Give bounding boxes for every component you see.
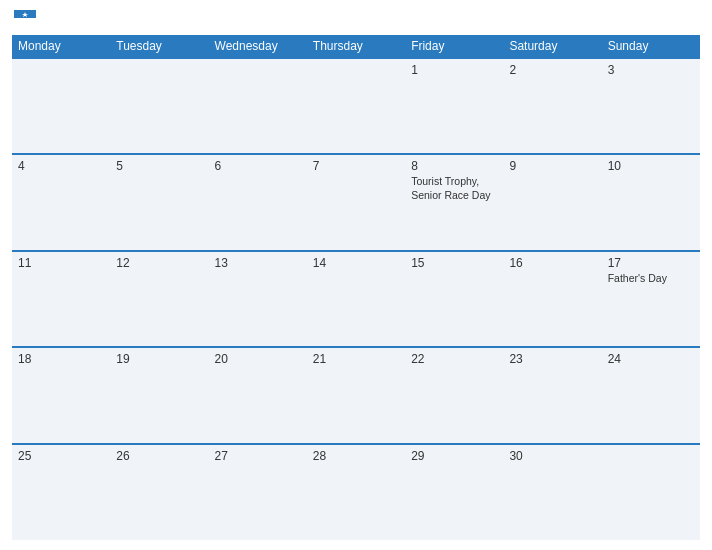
day-number: 12 <box>116 256 202 270</box>
day-number: 20 <box>215 352 301 366</box>
day-number: 1 <box>411 63 497 77</box>
day-number: 16 <box>509 256 595 270</box>
day-number: 25 <box>18 449 104 463</box>
day-number: 9 <box>509 159 595 173</box>
week-row-1: 123 <box>12 58 700 154</box>
calendar-table: MondayTuesdayWednesdayThursdayFridaySatu… <box>12 35 700 540</box>
day-number: 30 <box>509 449 595 463</box>
calendar-cell: 1 <box>405 58 503 154</box>
day-number: 11 <box>18 256 104 270</box>
day-number: 27 <box>215 449 301 463</box>
day-number: 29 <box>411 449 497 463</box>
calendar-cell <box>209 58 307 154</box>
weekday-header-tuesday: Tuesday <box>110 35 208 58</box>
calendar-cell: 10 <box>602 154 700 250</box>
calendar-cell: 15 <box>405 251 503 347</box>
day-number: 19 <box>116 352 202 366</box>
day-number: 24 <box>608 352 694 366</box>
calendar-cell: 18 <box>12 347 110 443</box>
calendar-cell: 8Tourist Trophy,Senior Race Day <box>405 154 503 250</box>
day-number: 15 <box>411 256 497 270</box>
calendar-cell: 13 <box>209 251 307 347</box>
calendar-cell: 16 <box>503 251 601 347</box>
calendar-cell: 26 <box>110 444 208 540</box>
calendar-cell: 5 <box>110 154 208 250</box>
day-number: 10 <box>608 159 694 173</box>
day-number: 22 <box>411 352 497 366</box>
day-number: 8 <box>411 159 497 173</box>
weekday-header-friday: Friday <box>405 35 503 58</box>
day-number: 26 <box>116 449 202 463</box>
calendar-cell: 27 <box>209 444 307 540</box>
event-label: Tourist Trophy, <box>411 175 497 189</box>
day-number: 28 <box>313 449 399 463</box>
calendar-cell: 30 <box>503 444 601 540</box>
calendar-cell <box>110 58 208 154</box>
calendar-cell: 20 <box>209 347 307 443</box>
calendar-cell <box>602 444 700 540</box>
week-row-3: 11121314151617Father's Day <box>12 251 700 347</box>
day-number: 6 <box>215 159 301 173</box>
week-row-2: 45678Tourist Trophy,Senior Race Day910 <box>12 154 700 250</box>
event-label: Senior Race Day <box>411 189 497 203</box>
day-number: 7 <box>313 159 399 173</box>
calendar-cell: 23 <box>503 347 601 443</box>
logo-flag-icon <box>14 10 36 26</box>
calendar-cell: 24 <box>602 347 700 443</box>
logo <box>12 10 36 27</box>
calendar-cell: 11 <box>12 251 110 347</box>
calendar-cell <box>12 58 110 154</box>
calendar-cell: 29 <box>405 444 503 540</box>
day-number: 21 <box>313 352 399 366</box>
calendar-cell: 6 <box>209 154 307 250</box>
calendar-cell: 28 <box>307 444 405 540</box>
svg-rect-1 <box>14 18 36 26</box>
weekday-header-saturday: Saturday <box>503 35 601 58</box>
day-number: 23 <box>509 352 595 366</box>
day-number: 5 <box>116 159 202 173</box>
calendar-cell: 12 <box>110 251 208 347</box>
weekday-header-wednesday: Wednesday <box>209 35 307 58</box>
weekday-header-thursday: Thursday <box>307 35 405 58</box>
day-number: 3 <box>608 63 694 77</box>
calendar-cell: 17Father's Day <box>602 251 700 347</box>
day-number: 2 <box>509 63 595 77</box>
calendar-cell: 7 <box>307 154 405 250</box>
calendar-cell: 14 <box>307 251 405 347</box>
weekday-header-sunday: Sunday <box>602 35 700 58</box>
calendar-cell: 22 <box>405 347 503 443</box>
calendar-cell: 2 <box>503 58 601 154</box>
day-number: 18 <box>18 352 104 366</box>
calendar-cell <box>307 58 405 154</box>
day-number: 13 <box>215 256 301 270</box>
calendar-cell: 19 <box>110 347 208 443</box>
event-label: Father's Day <box>608 272 694 286</box>
weekday-header-row: MondayTuesdayWednesdayThursdayFridaySatu… <box>12 35 700 58</box>
calendar-cell: 9 <box>503 154 601 250</box>
calendar-cell: 25 <box>12 444 110 540</box>
calendar-cell: 21 <box>307 347 405 443</box>
calendar-header <box>12 10 700 27</box>
week-row-4: 18192021222324 <box>12 347 700 443</box>
calendar-cell: 4 <box>12 154 110 250</box>
day-number: 17 <box>608 256 694 270</box>
day-number: 14 <box>313 256 399 270</box>
weekday-header-monday: Monday <box>12 35 110 58</box>
calendar-page: MondayTuesdayWednesdayThursdayFridaySatu… <box>0 0 712 550</box>
week-row-5: 252627282930 <box>12 444 700 540</box>
calendar-cell: 3 <box>602 58 700 154</box>
day-number: 4 <box>18 159 104 173</box>
